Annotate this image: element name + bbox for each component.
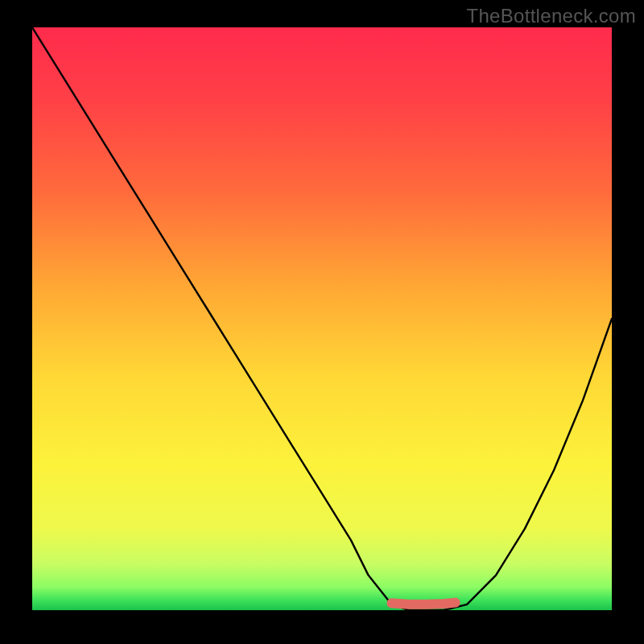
watermark-text: TheBottleneck.com bbox=[466, 5, 636, 27]
bottleneck-curve-path bbox=[32, 27, 612, 610]
curve-svg bbox=[32, 27, 612, 610]
flat-highlight-path bbox=[391, 603, 455, 605]
plot-area bbox=[32, 27, 612, 610]
chart-frame: TheBottleneck.com bbox=[0, 0, 644, 644]
